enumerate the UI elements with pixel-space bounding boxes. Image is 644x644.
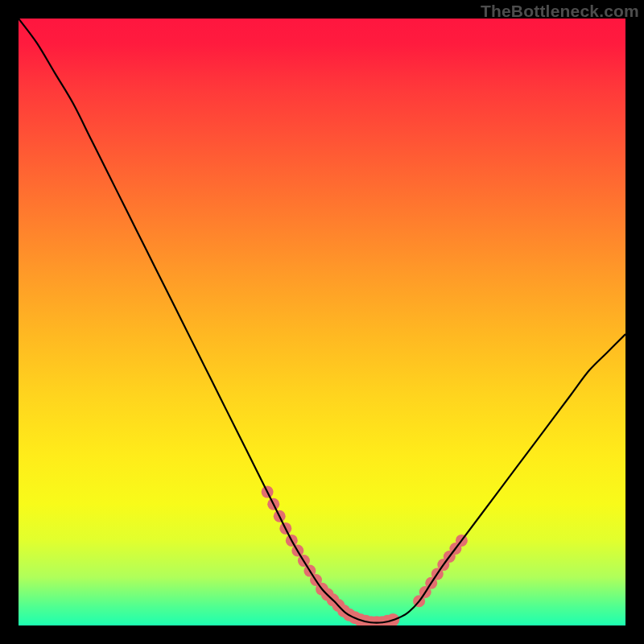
plot-area: [19, 19, 625, 625]
bottleneck-curve-path: [19, 19, 625, 623]
bottleneck-curve-svg: [19, 19, 625, 625]
marker-blobs: [262, 486, 468, 625]
chart-frame: TheBottleneck.com: [0, 0, 644, 644]
watermark-text: TheBottleneck.com: [481, 2, 639, 21]
